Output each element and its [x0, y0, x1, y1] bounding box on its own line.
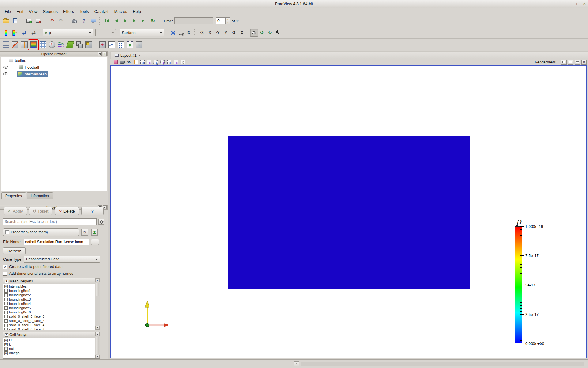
- minimize-button[interactable]: –: [570, 2, 572, 6]
- last-frame-button[interactable]: [139, 16, 148, 25]
- checkbox[interactable]: [4, 339, 8, 342]
- save-defaults-button[interactable]: ▼: [91, 229, 98, 236]
- reset-button[interactable]: ↺ Reset: [29, 207, 52, 215]
- split-vertical-button[interactable]: [568, 60, 573, 65]
- scrollbar[interactable]: ▲ ▼: [95, 332, 100, 358]
- redo-button[interactable]: ↷: [56, 16, 66, 25]
- representation-combo[interactable]: Surface: [120, 29, 164, 36]
- first-frame-button[interactable]: [102, 16, 111, 25]
- refresh-button[interactable]: Refresh: [3, 247, 26, 254]
- glyph-filter-button[interactable]: [47, 40, 56, 49]
- checkbox[interactable]: [4, 319, 8, 323]
- close-dock-button[interactable]: ×: [103, 52, 107, 56]
- menu-macros[interactable]: Macros: [111, 9, 130, 14]
- checkbox[interactable]: [4, 298, 8, 301]
- view-minus-y-button[interactable]: -Y: [221, 29, 229, 37]
- list-item[interactable]: boundingBox3: [3, 297, 95, 301]
- list-item[interactable]: internalMesh: [3, 284, 95, 289]
- list-item[interactable]: k: [3, 342, 95, 347]
- plot-selection-over-time-button[interactable]: [116, 40, 125, 49]
- select-cells-through-button[interactable]: [153, 59, 159, 65]
- abort-progress-button[interactable]: ×: [294, 361, 299, 366]
- view-plus-z-button[interactable]: +Z: [229, 29, 237, 37]
- select-points-on-button[interactable]: [146, 59, 152, 65]
- select-cells-on-button[interactable]: [140, 59, 145, 65]
- reset-camera-button[interactable]: [169, 29, 177, 37]
- menu-sources[interactable]: Sources: [40, 9, 60, 14]
- checkbox[interactable]: [5, 280, 8, 283]
- warp-by-vector-filter-button[interactable]: [66, 40, 75, 49]
- spin-up-button[interactable]: ▲: [226, 18, 230, 21]
- zoom-to-data-button[interactable]: D: [185, 29, 193, 37]
- checkbox[interactable]: [5, 333, 8, 337]
- list-item[interactable]: nut: [3, 347, 95, 351]
- scroll-down-button[interactable]: ▼: [95, 326, 100, 330]
- option-row[interactable]: Create cell-to-point filtered data: [3, 265, 62, 269]
- interaction-mode-button[interactable]: 3D: [126, 59, 132, 65]
- cell-arrays-header[interactable]: Cell Arrays: [3, 332, 100, 338]
- file-name-input[interactable]: [24, 239, 89, 245]
- extract-selection-button[interactable]: [125, 40, 134, 49]
- stream-tracer-filter-button[interactable]: [56, 40, 66, 49]
- mesh-regions-header[interactable]: Mesh Regions: [3, 278, 100, 284]
- search-input[interactable]: [3, 218, 97, 225]
- connect-server-button[interactable]: [24, 16, 33, 25]
- checkbox[interactable]: [3, 272, 7, 276]
- checkbox[interactable]: [4, 311, 8, 314]
- interactive-select-points-button[interactable]: [173, 59, 179, 65]
- browse-button[interactable]: ...: [91, 239, 99, 245]
- plot-over-line-button[interactable]: [107, 40, 116, 49]
- capture-screenshot-button[interactable]: [89, 16, 98, 25]
- dock-splitter[interactable]: [108, 51, 110, 359]
- list-item[interactable]: solid_0_shell_0_face_6: [3, 327, 95, 330]
- checkbox[interactable]: [4, 293, 8, 297]
- edit-color-map-button[interactable]: ✎: [10, 28, 20, 37]
- threshold-filter-button[interactable]: [29, 40, 38, 49]
- list-item[interactable]: boundingBox1: [3, 289, 95, 293]
- checkbox[interactable]: [4, 343, 8, 346]
- checkbox[interactable]: [4, 285, 8, 288]
- edit-view-options-button[interactable]: [113, 59, 118, 65]
- visibility-eye-icon[interactable]: [3, 72, 8, 75]
- checkbox[interactable]: [3, 265, 7, 269]
- close-view-button[interactable]: ×: [581, 60, 587, 65]
- close-button[interactable]: ×: [583, 2, 586, 6]
- zoom-to-box-view-button[interactable]: [180, 59, 186, 65]
- menu-catalyst[interactable]: Catalyst: [92, 9, 111, 14]
- pipeline-item-football[interactable]: Football: [1, 64, 107, 71]
- list-item[interactable]: U: [3, 338, 95, 342]
- close-tab-icon[interactable]: ×: [138, 54, 140, 57]
- properties-section-header[interactable]: — Properties (case.foam): [3, 228, 79, 236]
- restore-defaults-button[interactable]: ↻: [81, 229, 88, 236]
- menu-help[interactable]: Help: [130, 9, 144, 14]
- view-minus-z-button[interactable]: -Z: [237, 29, 245, 37]
- probe-location-button[interactable]: [98, 40, 107, 49]
- pipeline-item-builtin[interactable]: builtin:: [1, 57, 107, 64]
- list-item[interactable]: boundingBox4: [3, 301, 95, 306]
- rotate-90-cw-button[interactable]: ↻: [266, 29, 274, 37]
- select-points-through-button[interactable]: [160, 59, 165, 65]
- search-options-button[interactable]: [98, 219, 104, 225]
- zoom-to-box-button[interactable]: [177, 29, 185, 37]
- disconnect-server-button[interactable]: [33, 16, 43, 25]
- menu-tools[interactable]: Tools: [77, 9, 91, 14]
- save-data-button[interactable]: [10, 16, 20, 25]
- previous-frame-button[interactable]: [111, 16, 121, 25]
- maximize-view-button[interactable]: [575, 60, 580, 65]
- pick-center-button[interactable]: [274, 29, 282, 37]
- rotate-90-ccw-button[interactable]: ↺: [258, 29, 266, 37]
- list-item[interactable]: boundingBox5: [3, 306, 95, 310]
- pipeline-item-internalmesh[interactable]: InternalMesh: [1, 71, 107, 77]
- play-button[interactable]: [121, 16, 130, 25]
- camera-undo-button[interactable]: [70, 16, 79, 25]
- checkbox[interactable]: [4, 302, 8, 305]
- time-value-input[interactable]: [174, 17, 213, 24]
- undo-camera-button[interactable]: [133, 59, 138, 65]
- delete-button[interactable]: × Delete: [55, 207, 79, 215]
- group-datasets-filter-button[interactable]: [75, 40, 84, 49]
- scrollbar[interactable]: ▲ ▼: [95, 278, 100, 330]
- list-item[interactable]: omega: [3, 351, 95, 355]
- list-item[interactable]: solid_0_shell_0_face_0: [3, 314, 95, 319]
- tab-information[interactable]: Information: [27, 192, 53, 199]
- menu-view[interactable]: View: [26, 9, 40, 14]
